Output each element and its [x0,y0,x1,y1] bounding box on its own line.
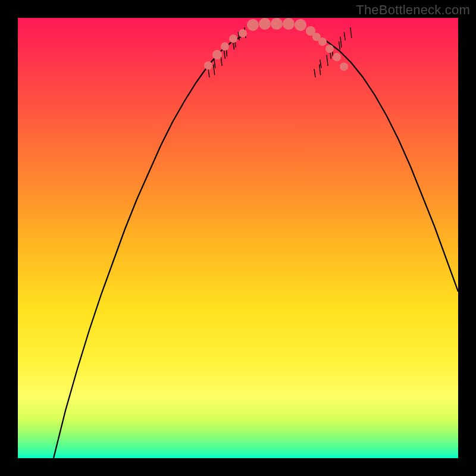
watermark-text: TheBottleneck.com [356,2,470,18]
svg-line-4 [224,51,225,59]
svg-line-2 [214,60,215,68]
bead-marker [271,18,283,30]
bead-marker [229,35,237,43]
svg-line-18 [344,32,345,40]
curve-right [314,36,458,292]
svg-line-1 [214,64,215,75]
beads-group [204,18,348,71]
bead-marker [259,18,271,30]
chart-frame: TheBottleneck.com [0,0,476,476]
svg-line-11 [320,64,321,75]
bead-marker [204,61,212,70]
plot-area [18,18,458,458]
bead-marker [221,42,229,51]
bead-marker [333,53,341,61]
bead-marker [247,19,259,31]
bead-marker [212,50,222,60]
svg-line-16 [339,41,340,49]
curve-left [54,36,243,458]
bead-marker [239,29,247,37]
bead-marker [325,45,334,53]
svg-line-12 [320,60,321,68]
chart-svg [18,18,458,458]
svg-line-0 [208,69,209,77]
svg-line-10 [314,69,315,77]
bead-marker [340,62,348,71]
bead-marker [283,18,295,30]
bead-marker [295,19,306,31]
svg-line-13 [327,55,328,66]
bead-marker [318,37,327,46]
svg-line-19 [350,27,352,38]
svg-line-17 [340,37,342,48]
